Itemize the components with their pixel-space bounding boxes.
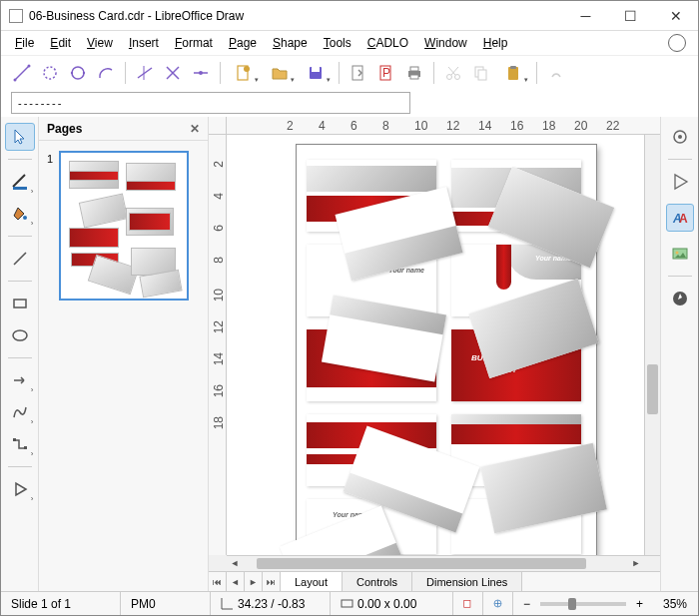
svg-rect-49 <box>342 600 352 607</box>
svg-rect-35 <box>14 300 26 308</box>
svg-line-31 <box>13 175 25 187</box>
extend-icon[interactable] <box>160 60 186 86</box>
tools-sidebar <box>1 117 39 591</box>
snap-icon[interactable] <box>188 60 214 86</box>
arc-icon[interactable] <box>93 60 119 86</box>
window-title: 06-Business Card.cdr - LibreOffice Draw <box>29 9 563 23</box>
menu-cadlo[interactable]: CADLO <box>359 33 416 53</box>
close-button[interactable]: ✕ <box>653 1 698 30</box>
ruler-corner[interactable] <box>209 117 227 135</box>
export-button[interactable] <box>346 60 371 86</box>
svg-rect-50 <box>464 600 470 607</box>
toolbar-separator <box>536 62 537 84</box>
gallery-icon[interactable] <box>666 240 694 268</box>
menu-file[interactable]: File <box>7 33 42 53</box>
menu-edit[interactable]: Edit <box>42 33 79 53</box>
menu-page[interactable]: Page <box>221 33 265 53</box>
svg-point-24 <box>455 74 460 79</box>
svg-rect-39 <box>24 446 27 449</box>
svg-point-2 <box>28 64 31 67</box>
zoom-slider[interactable]: −+ <box>513 592 653 615</box>
svg-point-12 <box>199 71 203 75</box>
status-fit-icon[interactable] <box>483 592 513 615</box>
status-signature-icon[interactable] <box>453 592 483 615</box>
trim-icon[interactable] <box>132 60 158 86</box>
status-size: 0.00 x 0.00 <box>331 592 453 615</box>
tab-layout[interactable]: Layout <box>281 572 343 591</box>
title-bar: 06-Business Card.cdr - LibreOffice Draw … <box>1 1 698 31</box>
export-pdf-button[interactable]: P <box>373 60 399 86</box>
menu-shape[interactable]: Shape <box>265 33 316 53</box>
circle-3pt-icon[interactable] <box>65 60 91 86</box>
toolbar-separator <box>433 62 434 84</box>
minimize-button[interactable]: ─ <box>563 1 608 30</box>
connector-tool[interactable] <box>5 430 35 458</box>
tab-first-icon[interactable]: ⏮ <box>209 572 227 591</box>
line-tool[interactable] <box>5 245 35 273</box>
status-coords: 34.23 / -0.83 <box>211 592 331 615</box>
zoom-value[interactable]: 35% <box>653 592 698 615</box>
maximize-button[interactable]: ☐ <box>608 1 653 30</box>
horizontal-ruler[interactable]: 24 68 1012 1416 1820 22 <box>227 117 660 135</box>
svg-rect-16 <box>312 67 320 72</box>
svg-point-23 <box>447 74 452 79</box>
tab-controls[interactable]: Controls <box>343 572 412 591</box>
status-bar: Slide 1 of 1 PM0 34.23 / -0.83 0.00 x 0.… <box>1 591 698 615</box>
menu-tools[interactable]: Tools <box>316 33 359 53</box>
circle-2pt-icon[interactable] <box>37 60 63 86</box>
page-thumbnail-1[interactable]: 1 <box>59 151 189 301</box>
menu-format[interactable]: Format <box>167 33 221 53</box>
svg-rect-21 <box>410 67 418 71</box>
ellipse-tool[interactable] <box>5 321 35 349</box>
pages-panel-close-icon[interactable]: ✕ <box>190 122 200 136</box>
cut-button[interactable] <box>440 60 466 86</box>
vertical-scrollbar[interactable] <box>644 135 660 555</box>
svg-rect-30 <box>510 66 516 69</box>
page-tabs: ⏮ ◄ ► ⏭ Layout Controls Dimension Lines <box>209 571 660 591</box>
svg-point-45 <box>675 252 678 255</box>
menu-help[interactable]: Help <box>475 33 516 53</box>
basic-shapes-tool[interactable] <box>5 475 35 503</box>
horizontal-scrollbar[interactable]: ◄ ► <box>227 555 644 571</box>
shapes-icon[interactable] <box>666 168 694 196</box>
line-2pt-icon[interactable] <box>9 60 35 86</box>
rectangle-tool[interactable] <box>5 290 35 317</box>
print-button[interactable] <box>401 60 427 86</box>
clone-button[interactable] <box>543 60 569 86</box>
line-color-tool[interactable] <box>5 168 35 196</box>
styles-icon[interactable]: AA <box>666 204 694 232</box>
curve-tool[interactable] <box>5 398 35 426</box>
svg-text:A: A <box>679 212 688 226</box>
navigator-icon[interactable] <box>666 285 694 312</box>
svg-point-6 <box>83 71 85 73</box>
new-button[interactable] <box>227 60 261 86</box>
arrow-tool[interactable] <box>5 366 35 394</box>
svg-text:P: P <box>382 66 390 80</box>
paste-button[interactable] <box>496 60 530 86</box>
svg-point-3 <box>44 67 56 79</box>
update-icon[interactable] <box>668 34 686 52</box>
drawing-page: Your name Your name BUSINESS CARDS <box>297 145 596 555</box>
tab-last-icon[interactable]: ⏭ <box>263 572 281 591</box>
fill-color-tool[interactable] <box>5 200 35 228</box>
line-style-combo[interactable] <box>11 92 410 114</box>
tab-dimension[interactable]: Dimension Lines <box>412 572 522 591</box>
menu-view[interactable]: View <box>79 33 121 53</box>
toolbar-separator <box>339 62 340 84</box>
save-button[interactable] <box>299 60 333 86</box>
tab-prev-icon[interactable]: ◄ <box>227 572 245 591</box>
copy-button[interactable] <box>468 60 494 86</box>
properties-icon[interactable] <box>666 123 694 151</box>
drawing-viewport[interactable]: Your name Your name BUSINESS CARDS <box>227 135 644 555</box>
menu-window[interactable]: Window <box>416 33 475 53</box>
svg-rect-22 <box>410 75 418 79</box>
svg-line-7 <box>138 68 152 78</box>
pages-panel-title: Pages <box>47 122 82 136</box>
menu-insert[interactable]: Insert <box>121 33 167 53</box>
tab-next-icon[interactable]: ► <box>245 572 263 591</box>
open-button[interactable] <box>263 60 297 86</box>
svg-point-14 <box>244 66 250 72</box>
svg-rect-28 <box>478 70 486 80</box>
vertical-ruler[interactable]: 24 68 1012 1416 18 <box>209 135 227 555</box>
select-tool[interactable] <box>5 123 35 151</box>
